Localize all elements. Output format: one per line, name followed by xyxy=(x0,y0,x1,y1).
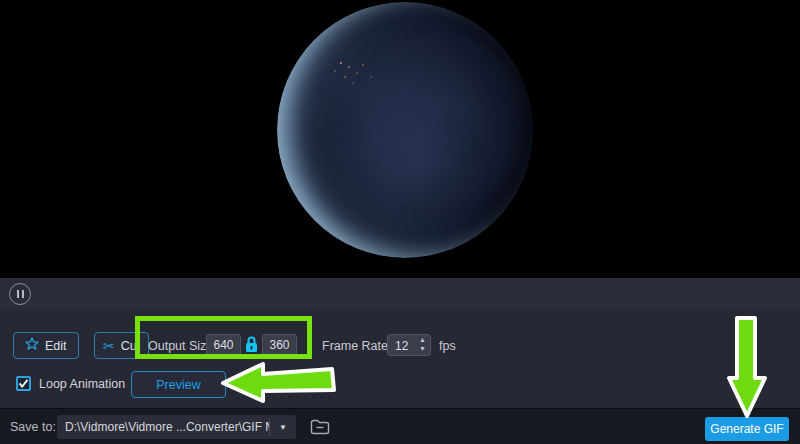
save-to-label: Save to: xyxy=(10,420,56,434)
pause-icon xyxy=(17,290,19,298)
spinner-down-icon[interactable]: ▼ xyxy=(419,345,426,354)
pause-button[interactable] xyxy=(9,283,31,305)
player-bar: 00:00:23.13/00:00:28.18 xyxy=(0,278,800,310)
frame-rate-spinner[interactable]: ▲ ▼ xyxy=(419,336,426,354)
frame-rate-label: Frame Rate: xyxy=(322,339,391,353)
pause-icon xyxy=(22,290,24,298)
loop-animation-label[interactable]: Loop Animation xyxy=(39,377,125,391)
save-path-dropdown[interactable]: D:\Vidmore\Vidmore ...Converter\GIF Make… xyxy=(57,415,296,439)
browse-folder-button[interactable] xyxy=(306,415,333,439)
magic-wand-icon xyxy=(25,337,39,354)
preview-button-label: Preview xyxy=(156,378,200,392)
scissors-icon: ✂ xyxy=(103,339,115,353)
frame-rate-value: 12 xyxy=(395,339,408,353)
edit-button[interactable]: Edit xyxy=(13,332,79,359)
cut-button-label: Cut xyxy=(121,339,140,353)
folder-icon xyxy=(309,418,331,436)
dropdown-arrow-icon[interactable]: ▼ xyxy=(270,423,296,432)
save-path-value: D:\Vidmore\Vidmore ...Converter\GIF Make… xyxy=(57,420,269,434)
lock-icon[interactable] xyxy=(245,336,258,353)
gif-maker-window: 00:00:23.13/00:00:28.18 Edit ✂ Cut Outpu… xyxy=(0,0,800,444)
frame-rate-input[interactable]: 12 ▲ ▼ xyxy=(387,334,431,356)
cut-button[interactable]: ✂ Cut xyxy=(94,332,149,359)
fps-unit-label: fps xyxy=(439,339,456,353)
options-toolbar: Edit ✂ Cut Output Size: Frame Rate: 12 ▲… xyxy=(0,310,800,408)
checkmark-icon xyxy=(18,378,29,389)
preview-button[interactable]: Preview xyxy=(131,371,226,398)
generate-gif-button[interactable]: Generate GIF xyxy=(705,417,789,441)
earth-video-frame xyxy=(277,2,533,258)
output-height-input[interactable] xyxy=(262,334,297,356)
output-width-input[interactable] xyxy=(206,334,241,356)
city-lights-detail xyxy=(340,62,342,64)
footer-bar: Save to: D:\Vidmore\Vidmore ...Converter… xyxy=(0,408,800,444)
video-preview xyxy=(0,0,800,278)
spinner-up-icon[interactable]: ▲ xyxy=(419,336,426,345)
loop-animation-checkbox[interactable] xyxy=(16,376,31,391)
edit-button-label: Edit xyxy=(45,339,67,353)
